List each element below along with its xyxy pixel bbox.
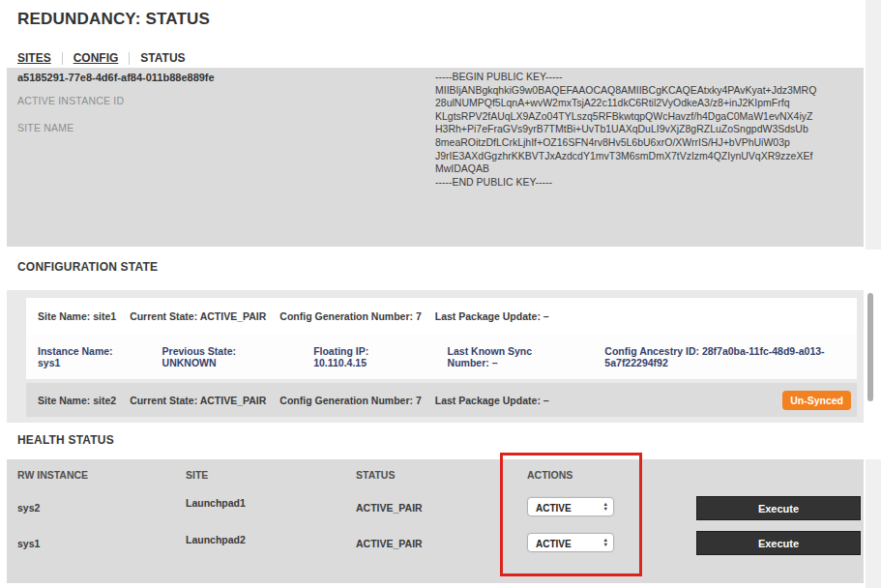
- last-package-update-field: Last Package Update: –: [435, 395, 549, 406]
- previous-state-field: Previous State: UNKNOWN: [162, 345, 279, 368]
- configuration-state-panel: Site Name: site1 Current State: ACTIVE_P…: [7, 290, 864, 423]
- tab-sites[interactable]: SITES: [17, 51, 51, 65]
- status-cell: ACTIVE_PAIR: [356, 538, 423, 549]
- scrollbar-thumb[interactable]: [867, 293, 873, 401]
- action-select-wrap: ACTIVE ▲▼: [527, 533, 614, 552]
- unsynced-badge: Un-Synced: [782, 391, 851, 410]
- column-header-actions: ACTIONS: [527, 469, 573, 481]
- site-cell: Launchpad2: [186, 534, 246, 545]
- column-header-rw-instance: RW INSTANCE: [17, 469, 88, 481]
- redundancy-status-page: REDUNDANCY: STATUS SITES CONFIG STATUS a…: [0, 0, 881, 588]
- active-instance-id-value: a5185291-77e8-4d6f-af84-011b88e889fe: [17, 72, 215, 83]
- current-state-field: Current State: ACTIVE_PAIR: [130, 310, 266, 322]
- site-name-field: Site Name: site2: [38, 395, 116, 406]
- page-title: REDUNDANCY: STATUS: [17, 10, 210, 29]
- config-generation-field: Config Generation Number: 7: [279, 310, 421, 322]
- config-row-site2: Site Name: site2 Current State: ACTIVE_P…: [26, 383, 857, 417]
- rw-instance-cell: sys1: [17, 538, 40, 549]
- action-select-sys2[interactable]: ACTIVE: [528, 500, 613, 517]
- active-instance-id-label: ACTIVE INSTANCE ID: [17, 95, 124, 106]
- instance-name-field: Instance Name: sys1: [38, 345, 128, 368]
- column-header-site: SITE: [186, 469, 208, 481]
- site-name-label: SITE NAME: [17, 122, 73, 133]
- tab-status[interactable]: STATUS: [140, 51, 185, 65]
- tab-bar: SITES CONFIG STATUS: [17, 50, 186, 66]
- column-header-status: STATUS: [356, 469, 395, 481]
- status-cell: ACTIVE_PAIR: [356, 502, 423, 514]
- instance-info-panel: a5185291-77e8-4d6f-af84-011b88e889fe ACT…: [7, 68, 864, 247]
- config-generation-field: Config Generation Number: 7: [279, 395, 421, 406]
- config-row-instance-sys1: Instance Name: sys1 Previous State: UNKN…: [26, 335, 857, 379]
- action-select-wrap: ACTIVE ▲▼: [527, 497, 614, 516]
- execute-button-sys2[interactable]: Execute: [696, 496, 861, 520]
- current-state-field: Current State: ACTIVE_PAIR: [130, 395, 266, 406]
- public-key-text: -----BEGIN PUBLIC KEY----- MIIBIjANBgkqh…: [435, 71, 861, 189]
- tab-config[interactable]: CONFIG: [73, 51, 119, 65]
- config-row-site1: Site Name: site1 Current State: ACTIVE_P…: [26, 298, 857, 335]
- tab-separator: [62, 52, 63, 65]
- site-name-field: Site Name: site1: [38, 310, 116, 322]
- execute-button-sys1[interactable]: Execute: [696, 531, 861, 555]
- health-status-table: RW INSTANCE SITE STATUS ACTIONS sys2 Lau…: [7, 459, 864, 583]
- floating-ip-field: Floating IP: 10.110.4.15: [313, 345, 412, 368]
- action-select-sys1[interactable]: ACTIVE: [528, 536, 613, 553]
- last-package-update-field: Last Package Update: –: [435, 310, 549, 322]
- tab-separator: [129, 52, 130, 65]
- rw-instance-cell: sys2: [17, 502, 40, 514]
- last-known-sync-field: Last Known Sync Number: –: [448, 345, 571, 368]
- health-status-heading: HEALTH STATUS: [17, 433, 114, 447]
- configuration-state-heading: CONFIGURATION STATE: [17, 260, 158, 274]
- site-cell: Launchpad1: [186, 497, 246, 509]
- config-ancestry-id-field: Config Ancestry ID: 28f7a0ba-11fc-48d9-a…: [604, 345, 857, 368]
